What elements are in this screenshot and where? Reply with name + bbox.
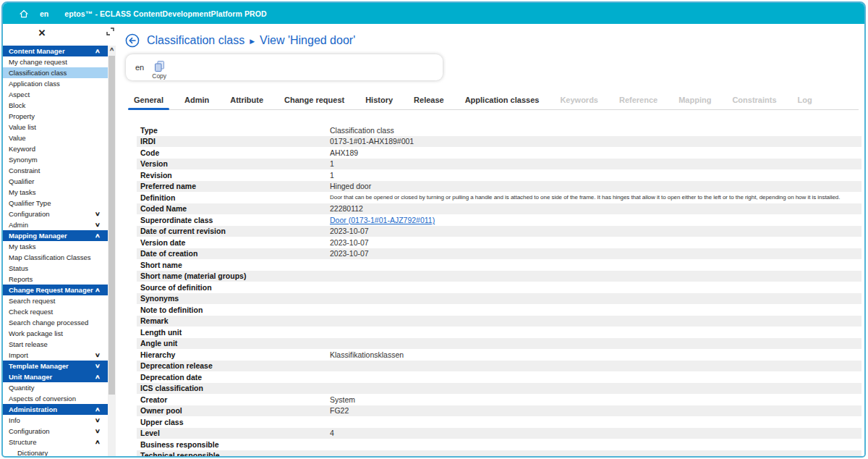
sidebar-item[interactable]: Work package list xyxy=(3,328,108,339)
tab: Keywords xyxy=(554,93,604,109)
sidebar-item[interactable]: Classification class xyxy=(3,67,108,78)
tab-label: Keywords xyxy=(560,96,598,104)
chevron-icon: ∨ xyxy=(95,428,108,434)
dock-panel-icon[interactable] xyxy=(106,27,115,36)
tab[interactable]: Admin xyxy=(179,93,215,109)
sidebar-item[interactable]: Property xyxy=(3,111,108,122)
sidebar-item[interactable]: Change Request Manager ∧ xyxy=(3,285,108,295)
page-title: Classification class ▶ View 'Hinged door… xyxy=(147,34,355,47)
sidebar-item[interactable]: Quantity xyxy=(3,382,108,393)
field-label: Version xyxy=(137,159,330,168)
copy-button[interactable]: Copy xyxy=(152,60,166,80)
field-value: 4 xyxy=(330,429,861,437)
back-icon[interactable] xyxy=(125,33,140,48)
sidebar-item[interactable]: Info ∨ xyxy=(3,415,108,426)
sidebar-item[interactable]: Admin ∨ xyxy=(3,219,108,230)
sidebar-item[interactable]: Search request xyxy=(3,295,108,306)
sidebar-item[interactable]: Status xyxy=(3,263,108,274)
chevron-icon: ∧ xyxy=(95,232,108,239)
page-title-view: View 'Hinged door' xyxy=(260,34,355,47)
sidebar-item[interactable]: Application class xyxy=(3,78,108,89)
close-icon[interactable]: ✕ xyxy=(36,28,48,39)
sidebar-item[interactable]: Configuration ∨ xyxy=(3,209,108,219)
sidebar-item[interactable]: Qualifier Type xyxy=(3,198,108,209)
sidebar-item-label: Start release xyxy=(9,340,48,348)
scroll-up-icon[interactable]: ∧ xyxy=(106,46,118,52)
field-label: Creator xyxy=(137,395,330,404)
sidebar-item-label: Constraint xyxy=(9,167,40,174)
field-value: 1 xyxy=(330,159,861,168)
sidebar-scrollbar[interactable]: ∧ xyxy=(108,46,116,456)
sidebar-item[interactable]: Aspect xyxy=(3,89,108,100)
home-icon[interactable] xyxy=(19,9,29,19)
field-label: Level xyxy=(137,429,330,437)
sidebar-item[interactable]: Value xyxy=(3,132,108,143)
sidebar-item[interactable]: Search change processed xyxy=(3,317,108,328)
sidebar-item[interactable]: My tasks xyxy=(3,187,108,198)
tab-label: Reference xyxy=(619,96,658,104)
tab[interactable]: Release xyxy=(408,93,450,109)
tab-label: Constraints xyxy=(732,96,776,104)
sidebar-item[interactable]: Template Manager ∨ xyxy=(3,361,108,371)
tab[interactable]: Attribute xyxy=(224,93,269,109)
field-label: ICS classification xyxy=(137,384,330,392)
sidebar-item[interactable]: Unit Manager ∧ xyxy=(3,371,108,382)
sidebar-item[interactable]: Content Manager ∧ xyxy=(3,46,108,56)
sidebar-item[interactable]: Start release xyxy=(3,339,108,350)
chevron-icon: ∧ xyxy=(95,439,108,445)
sidebar-item[interactable]: Synonym xyxy=(3,154,108,165)
table-row: Hierarchy Klassifikationsklassen xyxy=(137,349,861,361)
field-label: Deprecation date xyxy=(137,373,330,382)
table-row: Preferred name Hinged door xyxy=(137,181,861,193)
language-tab-en[interactable]: en xyxy=(135,63,144,72)
tab-bar: General Admin Attribute Change request H… xyxy=(128,93,859,110)
sidebar-item-label: Application class xyxy=(9,80,60,88)
sidebar-item[interactable]: Map Classification Classes xyxy=(3,252,108,263)
sidebar-item[interactable]: Import ∨ xyxy=(3,350,108,361)
table-row: Level 4 xyxy=(137,428,861,439)
field-label: Type xyxy=(137,126,330,135)
sidebar-item[interactable]: Aspects of conversion xyxy=(3,393,108,404)
tab[interactable]: Change request xyxy=(278,93,350,109)
table-row: Deprecation date xyxy=(137,371,861,383)
copy-icon xyxy=(153,60,166,72)
field-label: Version date xyxy=(137,238,330,247)
sidebar-item[interactable]: My tasks xyxy=(3,241,108,252)
page-title-entity: Classification class xyxy=(147,34,244,47)
sidebar-item[interactable]: Dictionary xyxy=(3,447,108,456)
sidebar-item[interactable]: Block xyxy=(3,100,108,111)
sidebar-item[interactable]: Mapping Manager ∧ xyxy=(3,230,108,241)
sidebar-item[interactable]: Check request xyxy=(3,306,108,317)
table-row: Angle unit xyxy=(137,338,861,350)
table-row: Technical responsible xyxy=(137,450,861,457)
title-bar: en eptos™ - ECLASS ContentDevelopmentPla… xyxy=(3,3,864,24)
sidebar-item[interactable]: Value list xyxy=(3,122,108,132)
sidebar-item-label: Import xyxy=(9,351,28,359)
sidebar-item-label: Aspect xyxy=(9,90,30,98)
field-label: IRDI xyxy=(137,137,330,146)
titlebar-language[interactable]: en xyxy=(40,9,48,18)
field-value[interactable]: Door (0173-1#01-AJZ792#011) xyxy=(330,216,861,224)
sidebar-item[interactable]: Configuration ∨ xyxy=(3,426,108,437)
scrollbar-thumb[interactable] xyxy=(109,56,115,395)
table-row: IRDI 0173-1#01-AHX189#001 xyxy=(137,136,861,148)
tab-label: History xyxy=(365,96,393,104)
table-row: Version 1 xyxy=(137,159,861,170)
sidebar-item[interactable]: Qualifier xyxy=(3,176,108,187)
tab: Constraints xyxy=(726,93,782,109)
sidebar-item[interactable]: Reports xyxy=(3,274,108,285)
sidebar-item[interactable]: Structure ∧ xyxy=(3,437,108,447)
tab[interactable]: History xyxy=(359,93,399,109)
sidebar-item[interactable]: Constraint xyxy=(3,165,108,176)
sidebar-item-label: Property xyxy=(9,112,35,120)
sidebar-item[interactable]: Administration ∧ xyxy=(3,404,108,415)
tab-label: General xyxy=(134,96,163,104)
field-value: Classification class xyxy=(330,126,861,135)
sidebar-item[interactable]: Keyword xyxy=(3,143,108,154)
tab[interactable]: General xyxy=(128,93,169,109)
sidebar-item[interactable]: My change request xyxy=(3,56,108,67)
tab[interactable]: Application classes xyxy=(459,93,545,109)
detail-table: Type Classification class IRDI 0173-1#01… xyxy=(137,125,861,456)
chevron-icon: ∨ xyxy=(95,222,108,228)
field-label: Revision xyxy=(137,171,330,180)
